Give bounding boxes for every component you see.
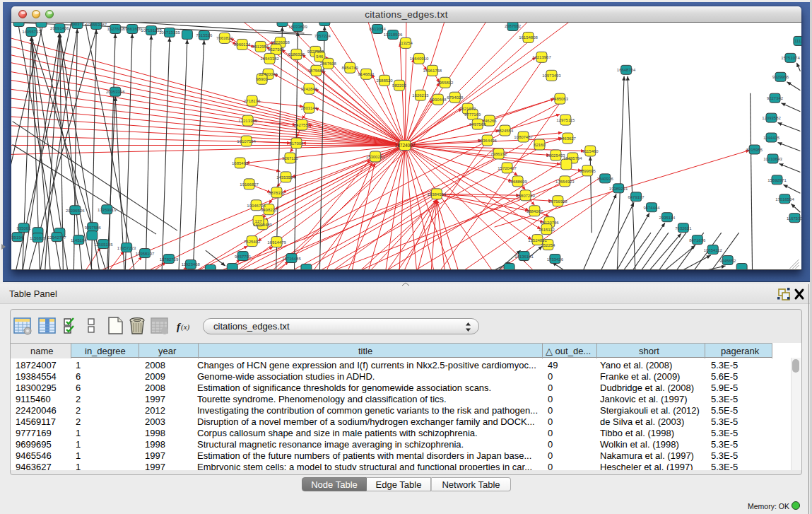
svg-text:16648764: 16648764	[617, 68, 636, 72]
svg-text:9327508: 9327508	[307, 49, 324, 54]
svg-text:2935114: 2935114	[659, 216, 676, 220]
svg-text:106713155: 106713155	[159, 30, 181, 35]
svg-text:2867608: 2867608	[320, 62, 337, 66]
svg-text:6497568: 6497568	[469, 122, 486, 127]
svg-text:10807487: 10807487	[514, 135, 533, 139]
svg-text:9884067: 9884067	[526, 209, 543, 214]
svg-text:16782759: 16782759	[160, 257, 179, 262]
svg-text:8427552: 8427552	[294, 123, 311, 127]
svg-text:98901: 98901	[256, 77, 268, 81]
svg-text:15692971: 15692971	[767, 178, 787, 182]
svg-text:8990448: 8990448	[430, 98, 447, 102]
svg-text:1167533: 1167533	[787, 216, 801, 221]
svg-text:106553287: 106553287	[86, 23, 107, 27]
svg-text:1640936: 1640936	[597, 177, 614, 181]
svg-text:7632621: 7632621	[675, 226, 692, 230]
svg-text:16640910: 16640910	[410, 57, 429, 61]
svg-text:9498222: 9498222	[261, 208, 278, 212]
svg-text:9146821: 9146821	[358, 72, 375, 76]
svg-text:7515526: 7515526	[196, 33, 213, 37]
svg-text:9115460: 9115460	[582, 149, 599, 153]
svg-text:14055713: 14055713	[22, 30, 41, 34]
svg-text:16807249: 16807249	[516, 194, 535, 198]
svg-text:546: 546	[316, 54, 324, 59]
svg-text:9245652: 9245652	[719, 259, 736, 263]
svg-text:252254: 252254	[541, 243, 555, 247]
svg-text:7955812: 7955812	[437, 81, 454, 85]
svg-text:62160: 62160	[534, 143, 546, 147]
svg-text:16961758: 16961758	[423, 69, 442, 73]
svg-text:8878332: 8878332	[269, 191, 286, 195]
svg-text:1626215: 1626215	[412, 93, 429, 98]
svg-text:(x): (x)	[181, 322, 190, 332]
svg-text:582203: 582203	[392, 83, 407, 88]
svg-text:935061: 935061	[17, 226, 32, 230]
svg-text:6479197: 6479197	[628, 195, 645, 199]
svg-text:12213369: 12213369	[238, 119, 257, 123]
svg-text:14353594: 14353594	[276, 175, 295, 180]
svg-text:22420046: 22420046	[259, 72, 278, 76]
svg-text:3824554: 3824554	[497, 129, 514, 133]
svg-text:9242848: 9242848	[301, 87, 318, 91]
svg-text:8454749: 8454749	[342, 66, 359, 70]
svg-text:19166827: 19166827	[240, 182, 259, 187]
svg-text:3267110: 3267110	[282, 156, 298, 160]
svg-text:15751074: 15751074	[781, 56, 800, 60]
svg-text:19756928: 19756928	[548, 199, 567, 204]
svg-text:15300213: 15300213	[366, 155, 385, 159]
svg-text:1621072: 1621072	[459, 107, 476, 111]
svg-text:39194: 39194	[11, 235, 23, 240]
svg-text:6794028: 6794028	[447, 95, 464, 100]
svg-text:1685493: 1685493	[232, 161, 249, 165]
svg-text:1733426: 1733426	[547, 257, 564, 262]
svg-text:16120746: 16120746	[540, 221, 559, 225]
svg-text:7485063: 7485063	[552, 97, 569, 101]
svg-text:8912954: 8912954	[252, 45, 269, 49]
svg-text:15720407: 15720407	[498, 166, 517, 170]
svg-text:2588520: 2588520	[376, 78, 393, 83]
svg-text:7663822: 7663822	[216, 36, 233, 40]
svg-text:12942737: 12942737	[47, 235, 66, 240]
svg-text:817004: 817004	[289, 141, 304, 146]
svg-text:3875685: 3875685	[308, 69, 325, 73]
svg-text:20053346: 20053346	[106, 90, 125, 94]
svg-text:7357224: 7357224	[314, 34, 331, 38]
svg-text:17359919: 17359919	[98, 208, 117, 212]
svg-text:8186328: 8186328	[288, 52, 305, 57]
svg-text:16914479: 16914479	[267, 240, 286, 245]
svg-text:1615112: 1615112	[539, 228, 555, 232]
svg-text:20364436: 20364436	[478, 139, 497, 143]
svg-text:1145194: 1145194	[71, 238, 87, 243]
svg-text:11923468: 11923468	[182, 263, 201, 267]
svg-text:16154808: 16154808	[519, 35, 538, 40]
svg-text:12975115: 12975115	[556, 118, 575, 122]
svg-text:8813054: 8813054	[369, 27, 386, 31]
svg-text:19389231: 19389231	[609, 187, 628, 191]
svg-text:9474444: 9474444	[643, 206, 660, 210]
svg-text:9397586: 9397586	[85, 226, 102, 230]
svg-text:113254: 113254	[399, 41, 413, 45]
svg-text:9327506: 9327506	[268, 47, 285, 52]
svg-text:10958107: 10958107	[136, 252, 155, 256]
svg-text:10107554: 10107554	[237, 139, 256, 144]
svg-text:15716485: 15716485	[282, 257, 301, 261]
svg-text:16495794: 16495794	[563, 156, 582, 160]
svg-text:17654923: 17654923	[555, 180, 575, 184]
svg-text:15226058: 15226058	[271, 40, 290, 45]
svg-text:18724007: 18724007	[395, 143, 416, 148]
svg-text:69661600: 69661600	[123, 27, 142, 31]
svg-text:8215955: 8215955	[746, 148, 763, 152]
svg-text:16543382: 16543382	[260, 57, 279, 61]
svg-text:15384554: 15384554	[428, 192, 447, 197]
svg-text:9227342: 9227342	[767, 96, 784, 100]
svg-text:17016504: 17016504	[775, 197, 794, 201]
svg-text:1156829: 1156829	[30, 236, 46, 240]
svg-text:9777169: 9777169	[464, 112, 481, 117]
svg-text:12505135: 12505135	[94, 243, 113, 247]
svg-text:9463627: 9463627	[560, 136, 577, 141]
svg-text:17957223: 17957223	[117, 246, 136, 250]
svg-text:9457791: 9457791	[235, 255, 252, 259]
svg-text:12213967: 12213967	[532, 55, 551, 59]
svg-text:13524851: 13524851	[528, 238, 547, 243]
svg-text:20206526: 20206526	[66, 209, 85, 213]
